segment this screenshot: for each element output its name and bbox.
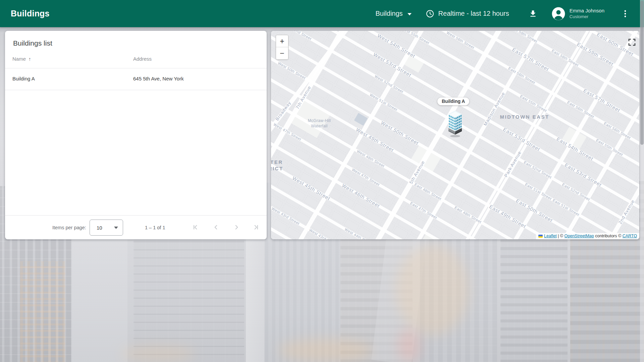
chevron-down-icon [114,227,118,229]
chevron-left-icon [212,223,220,232]
page-title: Buildings [11,9,50,18]
attribution-text: Leaflet | © OpenStreetMap contributors ©… [544,234,637,238]
cell-building-address: 645 5th Ave, New York [133,76,184,81]
column-header-address[interactable]: Address [133,56,152,62]
header-actions: Buildings Realtime - last 12 hours [375,7,629,21]
map-area-label: MIDTOWN EAST [500,114,549,120]
cell-building-name: Building A [12,76,35,81]
next-page-button[interactable] [232,223,241,232]
user-info: Emma Johnson Customer [570,8,604,19]
first-page-icon [191,223,200,232]
map-panel[interactable]: West 56th StreetWest 55th StreetWest 54t… [271,31,639,239]
marker-tooltip: Building A [437,98,469,105]
download-button[interactable] [529,9,537,18]
table-empty-space [5,90,267,215]
scrollbar-thumb[interactable] [640,1,644,145]
user-name: Emma Johnson [570,8,604,14]
time-range-label: Realtime - last 12 hours [438,10,509,17]
buildings-nav-dropdown-label: Buildings [375,10,402,17]
attribution-separator: | © [557,234,565,238]
items-per-page-label: Items per page: [52,225,86,230]
column-header-name[interactable]: Name ↑ [12,56,31,62]
attribution-separator: contributors © [594,234,623,238]
previous-page-button[interactable] [211,223,221,232]
user-menu[interactable]: Emma Johnson Customer [551,7,604,21]
table-header-row: Name ↑ Address [5,53,267,68]
ukraine-flag-icon [538,235,543,238]
buildings-nav-dropdown[interactable]: Buildings [375,10,411,17]
page-range-label: 1 – 1 of 1 [145,225,165,230]
chevron-right-icon [232,223,241,232]
scrollbar[interactable] [640,0,644,362]
sort-ascending-icon: ↑ [29,56,31,62]
building-3d-icon [448,111,462,137]
fullscreen-button[interactable] [628,38,636,46]
map-zoom-control: + − [276,35,288,60]
map-area-label: McGraw-Hill [308,118,331,123]
attribution-link[interactable]: CARTO [623,234,637,238]
last-page-icon [252,223,260,232]
download-icon [529,9,537,18]
first-page-button[interactable] [191,223,200,232]
items-per-page-value: 10 [97,225,102,231]
map-attribution: Leaflet | © OpenStreetMap contributors ©… [536,233,639,239]
items-per-page-select[interactable]: 10 [90,220,123,236]
clock-icon [426,9,434,18]
kebab-menu-icon [621,9,629,18]
user-role: Customer [570,14,604,19]
zoom-out-button[interactable]: − [276,47,288,59]
zoom-in-button[interactable]: + [276,35,288,47]
building-marker[interactable] [448,111,462,137]
app-header: Buildings Buildings Realtime - last 12 h… [0,0,644,27]
buildings-list-card: Buildings list Name ↑ Address Building A… [5,31,267,239]
map-area-label: Waterfall [311,124,328,128]
last-page-button[interactable] [251,223,261,232]
attribution-link[interactable]: Leaflet [544,234,557,238]
page: Buildings Buildings Realtime - last 12 h… [0,0,644,362]
card-title: Buildings list [5,31,267,53]
overflow-menu-button[interactable] [621,9,629,18]
chevron-down-icon [408,13,412,15]
map-area-label: THEATER [271,159,283,165]
paginator: Items per page: 10 1 – 1 of 1 [5,215,267,239]
attribution-link[interactable]: OpenStreetMap [565,234,594,238]
time-range-selector[interactable]: Realtime - last 12 hours [426,9,509,18]
avatar-icon [551,7,566,21]
fullscreen-icon [628,38,636,46]
table-row[interactable]: Building A 645 5th Ave, New York [5,68,267,90]
map-area-label: DISTRICT [271,166,283,171]
